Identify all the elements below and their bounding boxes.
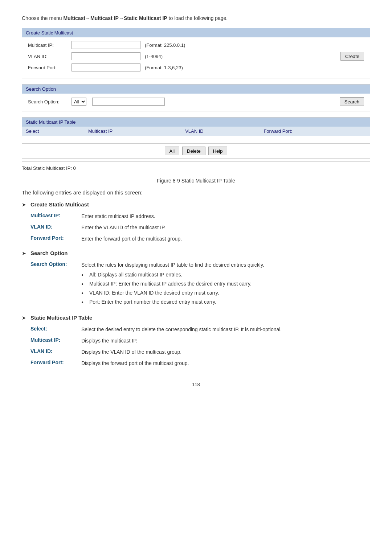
forward-port-row: Forward Port: (Format: 1-3,6,23) — [28, 63, 364, 71]
section-table: ➤ Static Multicast IP Table Select: Sele… — [22, 315, 370, 367]
bullet-vlan-id: VLAN ID: Enter the VLAN ID the desired e… — [81, 289, 370, 297]
static-multicast-ip-table-panel: Static Multicast IP Table Select Multica… — [22, 117, 370, 159]
field-vlan-id: VLAN ID: Enter the VLAN ID of the multic… — [30, 224, 370, 231]
search-option-row: Search Option: All Search — [28, 97, 364, 106]
table-panel-header: Static Multicast IP Table — [22, 118, 370, 127]
col-select: Select — [22, 127, 85, 136]
vlan-id-hint: (1-4094) — [145, 54, 163, 59]
section-table-title: Static Multicast IP Table — [30, 315, 92, 321]
field-forward-port-name: Forward Port: — [30, 235, 81, 243]
separator — [22, 161, 370, 162]
field-select: Select: Select the desired entry to dele… — [30, 326, 370, 333]
arrow-icon-table: ➤ — [22, 315, 27, 321]
arrow-icon-create: ➤ — [22, 202, 27, 208]
intro-text-before: Choose the menu — [22, 15, 63, 21]
field-table-vlan-id: VLAN ID: Displays the VLAN ID of the mul… — [30, 348, 370, 356]
field-select-name: Select: — [30, 326, 81, 333]
field-table-vlan-id-desc: Displays the VLAN ID of the multicast gr… — [81, 348, 370, 356]
multicast-ip-hint: (Format: 225.0.0.1) — [145, 42, 185, 48]
field-table-forward-port-desc: Displays the forward port of the multica… — [81, 360, 370, 367]
forward-port-hint: (Format: 1-3,6,23) — [145, 65, 183, 70]
col-multicast-ip: Multicast IP — [85, 127, 181, 136]
field-table-multicast-ip-name: Multicast IP: — [30, 337, 81, 345]
section-search-fields: Search Option: Select the rules for disp… — [30, 261, 370, 307]
field-vlan-id-name: VLAN ID: — [30, 224, 81, 231]
vlan-id-input[interactable] — [72, 52, 140, 60]
field-table-forward-port: Forward Port: Displays the forward port … — [30, 360, 370, 367]
intro-text-after: to load the following page. — [167, 15, 228, 21]
search-value-input[interactable] — [92, 98, 165, 106]
field-multicast-ip: Multicast IP: Enter static multicast IP … — [30, 213, 370, 220]
search-panel-title: Search Option — [26, 86, 56, 92]
bullet-port: Port: Enter the port number the desired … — [81, 298, 370, 306]
field-multicast-ip-desc: Enter static multicast IP address. — [81, 213, 370, 220]
vlan-id-row: VLAN ID: (1-4094) Create — [28, 52, 364, 61]
section-create: ➤ Create Static Multicast Multicast IP: … — [22, 201, 370, 243]
vlan-id-label: VLAN ID: — [28, 54, 72, 59]
field-vlan-id-desc: Enter the VLAN ID of the multicast IP. — [81, 224, 370, 231]
separator2 — [22, 174, 370, 174]
field-select-desc: Select the desired entry to delete the c… — [81, 326, 370, 333]
bullet-multicast-ip: Multicast IP: Enter the multicast IP add… — [81, 280, 370, 288]
field-table-multicast-ip: Multicast IP: Displays the multicast IP. — [30, 337, 370, 345]
table-header-row: Select Multicast IP VLAN ID Forward Port… — [22, 127, 370, 136]
field-search-option: Search Option: Select the rules for disp… — [30, 261, 370, 307]
section-search: ➤ Search Option Search Option: Select th… — [22, 250, 370, 307]
field-multicast-ip-name: Multicast IP: — [30, 213, 81, 220]
select-chevron-icon — [86, 100, 89, 103]
arrow-icon-search: ➤ — [22, 250, 27, 256]
section-create-fields: Multicast IP: Enter static multicast IP … — [30, 213, 370, 243]
section-table-fields: Select: Select the desired entry to dele… — [30, 326, 370, 367]
table-panel-title: Static Multicast IP Table — [26, 119, 76, 125]
multicast-ip-input[interactable] — [72, 41, 140, 49]
search-option-select[interactable]: All — [72, 98, 86, 106]
menu-path: Multicast→Multicast IP→Static Multicast … — [63, 15, 167, 21]
section-create-title: Create Static Multicast — [30, 201, 89, 208]
field-search-option-desc: Select the rules for displaying multicas… — [81, 261, 370, 307]
field-forward-port: Forward Port: Enter the forward port of … — [30, 235, 370, 243]
create-button[interactable]: Create — [340, 52, 364, 61]
search-panel-body: Search Option: All Search — [22, 94, 370, 111]
col-forward-port: Forward Port: — [260, 127, 370, 136]
field-table-forward-port-name: Forward Port: — [30, 360, 81, 367]
create-panel-header: Create Static Multicast — [22, 28, 370, 37]
vlan-hint-create: (1-4094) Create — [72, 52, 364, 61]
multicast-ip-table: Select Multicast IP VLAN ID Forward Port… — [22, 127, 370, 143]
search-option-label: Search Option: — [28, 99, 72, 104]
section-table-header: ➤ Static Multicast IP Table — [22, 315, 370, 321]
section-search-title: Search Option — [30, 250, 68, 256]
table-empty-row — [22, 136, 370, 143]
section-search-header: ➤ Search Option — [22, 250, 370, 256]
figure-caption: Figure 8-9 Static Multicast IP Table — [22, 178, 370, 184]
section-create-header: ➤ Create Static Multicast — [22, 201, 370, 208]
create-panel-body: Multicast IP: (Format: 225.0.0.1) VLAN I… — [22, 37, 370, 78]
forward-port-input[interactable] — [72, 63, 140, 71]
multicast-ip-row: Multicast IP: (Format: 225.0.0.1) — [28, 41, 364, 49]
page-number: 118 — [22, 382, 370, 387]
field-table-vlan-id-name: VLAN ID: — [30, 348, 81, 356]
delete-button[interactable]: Delete — [182, 147, 205, 155]
total-static-multicast: Total Static Multicast IP: 0 — [22, 165, 370, 171]
table-actions: All Delete Help — [22, 143, 370, 158]
multicast-ip-label: Multicast IP: — [28, 42, 72, 48]
bullet-all: All: Displays all static multicast IP en… — [81, 271, 370, 279]
section-intro: The following entries are displayed on t… — [22, 189, 370, 196]
search-option-panel: Search Option Search Option: All Search — [22, 84, 370, 111]
col-vlan-id: VLAN ID — [181, 127, 260, 136]
forward-port-label: Forward Port: — [28, 65, 72, 70]
field-search-option-name: Search Option: — [30, 261, 81, 307]
field-forward-port-desc: Enter the forward port of the multicast … — [81, 235, 370, 243]
all-button[interactable]: All — [165, 147, 179, 155]
search-option-bullets: All: Displays all static multicast IP en… — [81, 271, 370, 306]
search-button[interactable]: Search — [340, 97, 364, 106]
help-button[interactable]: Help — [208, 147, 228, 155]
search-panel-header: Search Option — [22, 85, 370, 94]
intro-paragraph: Choose the menu Multicast→Multicast IP→S… — [22, 15, 370, 22]
field-table-multicast-ip-desc: Displays the multicast IP. — [81, 337, 370, 345]
create-static-multicast-panel: Create Static Multicast Multicast IP: (F… — [22, 28, 370, 78]
create-panel-title: Create Static Multicast — [26, 30, 73, 36]
